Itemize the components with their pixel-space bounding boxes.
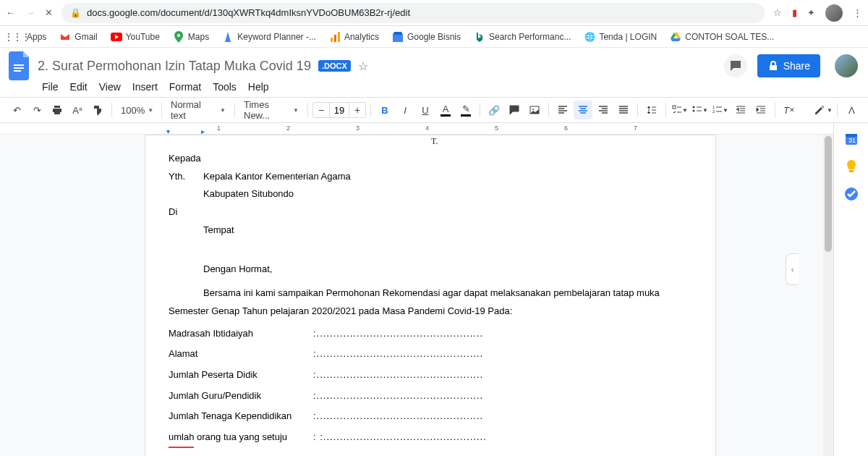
lock-icon bbox=[767, 60, 779, 72]
menu-bar: File Edit View Insert Format Tools Help bbox=[0, 80, 868, 97]
first-line-indent-marker[interactable]: ▸ bbox=[201, 127, 205, 135]
fields-block: Madrasah Ibtidaiyah:....................… bbox=[169, 325, 663, 448]
user-avatar[interactable] bbox=[835, 54, 858, 77]
checklist-button[interactable]: ▼ bbox=[671, 101, 689, 119]
workspace: ▾ ▸ 1 2 3 4 5 6 7 T. Kepada Yth.Kepala K… bbox=[0, 123, 868, 456]
left-indent-marker[interactable]: ▾ bbox=[166, 127, 170, 135]
browser-menu-icon[interactable]: ⋮ bbox=[853, 7, 862, 18]
profile-avatar[interactable] bbox=[825, 4, 843, 22]
numbered-button[interactable]: 12▼ bbox=[711, 101, 730, 119]
field-label: Jumlah Tenaga Kependidikan bbox=[169, 408, 313, 426]
text-color-button[interactable]: A bbox=[436, 101, 455, 119]
forward-button: → bbox=[25, 7, 35, 18]
gmail-icon bbox=[59, 31, 71, 43]
align-justify-button[interactable] bbox=[614, 101, 633, 119]
field-label: umlah orang tua yang setuju bbox=[169, 428, 313, 448]
vertical-scrollbar[interactable] bbox=[823, 135, 833, 456]
bullets-button[interactable]: ▼ bbox=[691, 101, 710, 119]
font-size-increase[interactable]: + bbox=[349, 103, 365, 117]
document-title[interactable]: 2. Surat Permohonan Izin Tatap Muka Covi… bbox=[38, 59, 311, 74]
ads-icon bbox=[222, 31, 234, 43]
stop-button[interactable]: ✕ bbox=[45, 7, 53, 18]
lock-icon: 🔒 bbox=[70, 8, 81, 18]
drive-icon bbox=[670, 31, 681, 43]
zoom-dropdown[interactable]: 100%▼ bbox=[116, 105, 157, 116]
star-icon[interactable]: ☆ bbox=[358, 59, 368, 73]
calendar-icon[interactable]: 31 bbox=[844, 132, 859, 146]
align-right-button[interactable] bbox=[594, 101, 613, 119]
tasks-icon[interactable] bbox=[844, 187, 859, 201]
url-text: docs.google.com/document/d/130qXWRTkq4dm… bbox=[87, 7, 410, 18]
bookmark-bisnis[interactable]: Google Bisnis bbox=[388, 29, 465, 45]
svg-point-12 bbox=[693, 106, 695, 109]
menu-format[interactable]: Format bbox=[165, 80, 205, 94]
field-label: Madrasah Ibtidaiyah bbox=[169, 325, 313, 343]
bookmark-keyword[interactable]: Keyword Planner -... bbox=[218, 29, 320, 45]
svg-rect-11 bbox=[673, 106, 676, 109]
scrollbar-thumb[interactable] bbox=[825, 136, 832, 252]
collapse-toolbar-button[interactable]: ᐱ bbox=[842, 101, 861, 119]
spellcheck-button[interactable]: Aᵃ bbox=[68, 101, 87, 119]
text-di: Di bbox=[169, 203, 663, 221]
bookmark-contoh[interactable]: CONTOH SOAL TES... bbox=[665, 29, 778, 45]
print-button[interactable] bbox=[48, 101, 67, 119]
style-dropdown[interactable]: Normal text▼ bbox=[166, 99, 230, 121]
editing-mode-button[interactable]: ▼ bbox=[814, 101, 833, 119]
docs-header: 2. Surat Permohonan Izin Tatap Muka Covi… bbox=[0, 48, 868, 80]
insert-image-button[interactable] bbox=[525, 101, 544, 119]
insert-link-button[interactable]: 🔗 bbox=[485, 101, 503, 119]
align-center-button[interactable] bbox=[574, 101, 592, 119]
side-panel-toggle[interactable]: ‹ bbox=[786, 253, 799, 285]
bookmark-youtube[interactable]: YouTube bbox=[106, 29, 164, 45]
browser-toolbar: ← → ✕ 🔒 docs.google.com/document/d/130qX… bbox=[0, 0, 868, 26]
bookmark-tenda[interactable]: 🌐Tenda | LOGIN bbox=[579, 29, 661, 45]
svg-point-13 bbox=[693, 110, 695, 112]
indent-increase-button[interactable] bbox=[752, 101, 770, 119]
cursor-mark: T. bbox=[431, 136, 438, 147]
paint-format-button[interactable] bbox=[88, 101, 107, 119]
back-button[interactable]: ← bbox=[6, 7, 15, 18]
bookmarks-bar: ⋮⋮⋮Apps Gmail YouTube Maps Keyword Plann… bbox=[0, 26, 868, 48]
extension-icon[interactable]: ▮ bbox=[792, 7, 797, 18]
svg-rect-4 bbox=[338, 32, 340, 42]
add-comment-button[interactable] bbox=[505, 101, 524, 119]
highlight-button[interactable]: ✎ bbox=[456, 101, 475, 119]
business-icon bbox=[392, 31, 404, 43]
bold-button[interactable]: B bbox=[375, 101, 394, 119]
undo-button[interactable]: ↶ bbox=[7, 101, 26, 119]
svg-rect-6 bbox=[14, 64, 24, 66]
document-page[interactable]: Kepada Yth.Kepala Kantor Kementerian Aga… bbox=[145, 135, 716, 456]
menu-insert[interactable]: Insert bbox=[128, 80, 162, 94]
menu-tools[interactable]: Tools bbox=[208, 80, 241, 94]
line-spacing-button[interactable] bbox=[642, 101, 661, 119]
align-left-button[interactable] bbox=[553, 101, 572, 119]
clear-formatting-button[interactable]: T✕ bbox=[780, 101, 799, 119]
italic-button[interactable]: I bbox=[396, 101, 414, 119]
svg-text:2: 2 bbox=[712, 109, 715, 114]
horizontal-ruler[interactable]: ▾ ▸ 1 2 3 4 5 6 7 bbox=[0, 123, 833, 135]
address-bar[interactable]: 🔒 docs.google.com/document/d/130qXWRTkq4… bbox=[61, 3, 765, 23]
indent-decrease-button[interactable] bbox=[731, 101, 750, 119]
text-tempat: Tempat bbox=[203, 221, 663, 240]
font-dropdown[interactable]: Times New...▼ bbox=[239, 99, 303, 121]
apps-shortcut[interactable]: ⋮⋮⋮Apps bbox=[7, 29, 51, 45]
keep-icon[interactable] bbox=[844, 159, 859, 174]
bookmark-star-icon[interactable]: ☆ bbox=[773, 7, 782, 18]
menu-view[interactable]: View bbox=[95, 80, 125, 94]
font-size-decrease[interactable]: − bbox=[313, 103, 329, 117]
bookmark-analytics[interactable]: Analytics bbox=[325, 29, 383, 45]
bookmark-search[interactable]: Search Performanc... bbox=[469, 29, 575, 45]
comments-button[interactable] bbox=[724, 54, 747, 77]
bookmark-gmail[interactable]: Gmail bbox=[55, 29, 101, 45]
underline-button[interactable]: U bbox=[416, 101, 435, 119]
redo-button[interactable]: ↷ bbox=[27, 101, 46, 119]
font-size-input[interactable] bbox=[329, 103, 349, 117]
share-button[interactable]: Share bbox=[757, 54, 820, 77]
menu-edit[interactable]: Edit bbox=[66, 80, 92, 94]
bookmark-maps[interactable]: Maps bbox=[169, 29, 213, 45]
menu-file[interactable]: File bbox=[38, 80, 63, 94]
field-label: Jumlah Peserta Didik bbox=[169, 366, 313, 384]
extensions-icon[interactable]: ✦ bbox=[807, 7, 815, 18]
docs-logo[interactable] bbox=[6, 51, 35, 80]
menu-help[interactable]: Help bbox=[244, 80, 273, 94]
